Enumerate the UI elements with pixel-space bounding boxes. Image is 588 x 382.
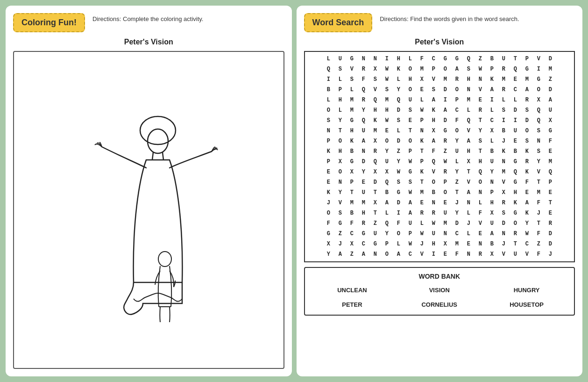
- grid-row: LUGNNIHLFCGGQZBUTPVD: [309, 54, 571, 64]
- grid-cell: N: [463, 85, 475, 95]
- grid-cell: Y: [358, 167, 369, 177]
- grid-cell: M: [498, 74, 510, 85]
- grid-cell: Y: [323, 249, 334, 259]
- grid-cell: L: [510, 95, 521, 105]
- grid-cell: R: [498, 64, 510, 74]
- grid-row: NTHUMELTNXGOVYXBUOSG: [309, 126, 571, 136]
- grid-cell: W: [416, 105, 428, 115]
- grid-cell: T: [416, 177, 428, 187]
- word-search-badge: Word Search: [304, 13, 373, 32]
- grid-cell: I: [439, 95, 451, 105]
- word-bank-word: UNCLEAN: [310, 285, 395, 296]
- grid-cell: B: [428, 187, 439, 198]
- grid-cell: K: [393, 64, 404, 74]
- grid-cell: U: [358, 187, 369, 198]
- grid-row: XJXCGPLWJHXMENBJTCZD: [309, 239, 571, 249]
- grid-cell: B: [510, 146, 521, 157]
- grid-cell: E: [358, 177, 369, 187]
- grid-cell: U: [358, 126, 369, 136]
- grid-cell: K: [346, 136, 358, 146]
- grid-cell: N: [475, 187, 486, 198]
- grid-cell: K: [416, 167, 428, 177]
- grid-cell: F: [521, 177, 533, 187]
- grid-cell: W: [381, 115, 393, 126]
- grid-cell: O: [439, 187, 451, 198]
- grid-cell: U: [545, 105, 556, 115]
- grid-cell: J: [463, 218, 475, 229]
- grid-cell: O: [323, 105, 334, 115]
- grid-cell: D: [451, 218, 463, 229]
- grid-row: KHBNRYZPTFZUHTBKBKSE: [309, 146, 571, 157]
- grid-cell: D: [393, 136, 404, 146]
- grid-cell: F: [533, 198, 545, 208]
- grid-cell: S: [521, 105, 533, 115]
- grid-cell: C: [486, 115, 498, 126]
- grid-cell: K: [498, 146, 510, 157]
- grid-cell: M: [416, 64, 428, 74]
- grid-cell: B: [498, 126, 510, 136]
- grid-cell: R: [521, 157, 533, 167]
- grid-cell: H: [358, 208, 369, 218]
- grid-cell: E: [510, 136, 521, 146]
- grid-cell: M: [533, 187, 545, 198]
- word-bank: WORD BANK UNCLEANVISIONHUNGRYPETERCORNEL…: [304, 267, 575, 316]
- grid-cell: H: [463, 146, 475, 157]
- word-bank-grid: UNCLEANVISIONHUNGRYPETERCORNELIUSHOUSETO…: [310, 285, 570, 310]
- grid-cell: M: [346, 95, 358, 105]
- grid-cell: L: [323, 95, 334, 105]
- grid-cell: F: [533, 249, 545, 259]
- grid-row: EOXYXXWGKVRYTQYMQKVQ: [309, 167, 571, 177]
- grid-cell: J: [533, 208, 545, 218]
- grid-cell: U: [486, 218, 498, 229]
- grid-cell: M: [545, 157, 556, 167]
- grid-cell: L: [475, 198, 486, 208]
- grid-cell: X: [369, 64, 381, 74]
- grid-cell: G: [545, 126, 556, 136]
- grid-cell: T: [475, 115, 486, 126]
- grid-cell: P: [486, 187, 498, 198]
- grid-cell: O: [451, 85, 463, 95]
- right-panel: Word Search Directions: Find the words g…: [297, 6, 583, 376]
- word-search-directions: Directions: Find the words given in the …: [380, 13, 519, 23]
- grid-cell: O: [404, 136, 416, 146]
- grid-cell: T: [510, 239, 521, 249]
- grid-cell: G: [451, 54, 463, 64]
- grid-cell: P: [428, 64, 439, 74]
- grid-cell: X: [486, 208, 498, 218]
- grid-cell: V: [346, 64, 358, 74]
- grid-row: POKAXODOKARYASLJESNF: [309, 136, 571, 146]
- grid-row: QSVRXWKOMPOASWPRQGIM: [309, 64, 571, 74]
- grid-cell: Y: [393, 157, 404, 167]
- grid-cell: D: [545, 239, 556, 249]
- word-bank-word: PETER: [310, 299, 395, 310]
- grid-cell: J: [323, 198, 334, 208]
- grid-cell: G: [334, 218, 346, 229]
- grid-cell: W: [393, 167, 404, 177]
- grid-cell: P: [334, 85, 346, 95]
- grid-cell: C: [451, 229, 463, 239]
- grid-cell: A: [521, 85, 533, 95]
- grid-cell: N: [475, 239, 486, 249]
- right-panel-header: Word Search Directions: Find the words g…: [304, 13, 575, 32]
- grid-cell: I: [498, 115, 510, 126]
- grid-cell: O: [334, 136, 346, 146]
- grid-cell: F: [346, 218, 358, 229]
- grid-cell: L: [334, 74, 346, 85]
- grid-cell: G: [521, 64, 533, 74]
- grid-cell: W: [381, 74, 393, 85]
- grid-cell: U: [334, 54, 346, 64]
- grid-cell: Y: [334, 187, 346, 198]
- grid-cell: N: [358, 54, 369, 64]
- svg-line-2: [152, 152, 153, 160]
- grid-cell: O: [404, 64, 416, 74]
- grid-cell: L: [334, 105, 346, 115]
- grid-cell: K: [323, 146, 334, 157]
- grid-cell: E: [439, 198, 451, 208]
- grid-cell: X: [369, 167, 381, 177]
- coloring-fun-badge: Coloring Fun!: [13, 13, 85, 32]
- grid-cell: L: [416, 218, 428, 229]
- grid-row: JVMMXADAENEJNLHRKAFT: [309, 198, 571, 208]
- grid-cell: X: [381, 167, 393, 177]
- grid-cell: F: [358, 74, 369, 85]
- grid-row: ENPEDQSSTOPZVONVGFTP: [309, 177, 571, 187]
